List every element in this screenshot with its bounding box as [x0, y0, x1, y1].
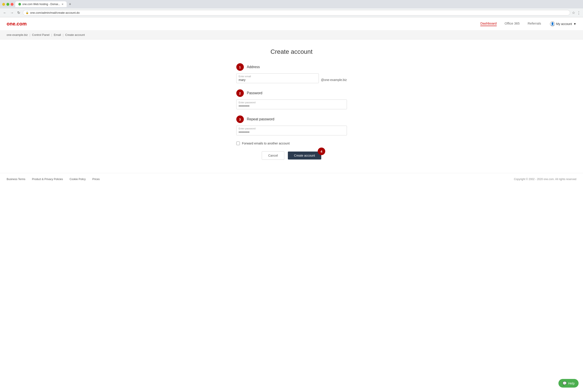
- reload-button[interactable]: ↻: [16, 10, 21, 16]
- nav-dashboard[interactable]: Dashboard: [480, 22, 496, 26]
- password-input[interactable]: [239, 104, 344, 108]
- forward-checkbox-row: Forward emails to another account: [236, 142, 347, 145]
- chevron-down-icon: ▼: [573, 22, 576, 26]
- window-controls: [2, 3, 14, 6]
- address-input-row: Enter email @one-example.biz: [236, 74, 347, 83]
- breadcrumb-item-2[interactable]: Email: [54, 33, 61, 36]
- forward-button[interactable]: →: [9, 10, 14, 16]
- step4-badge: 4: [318, 148, 325, 155]
- main-nav: Dashboard Office 365 Referrals: [480, 22, 541, 26]
- browser-menu-button[interactable]: ⋮: [577, 10, 581, 15]
- address-header: 1 Address: [236, 63, 347, 71]
- tab-favicon: [18, 3, 21, 6]
- footer-link-2[interactable]: Cookie Policy: [70, 178, 86, 181]
- footer-copyright: Copyright © 2002 - 2020 one.com. All rig…: [514, 178, 576, 181]
- address-label: Address: [247, 65, 260, 69]
- address-input[interactable]: [30, 11, 567, 14]
- repeat-password-field-label: Enter password: [239, 127, 344, 130]
- active-tab[interactable]: one.com Web hosting - Domai... ✕: [15, 1, 66, 7]
- forward-checkbox[interactable]: [236, 142, 240, 145]
- step2-badge: 2: [236, 89, 244, 97]
- repeat-password-label: Repeat password: [247, 117, 274, 121]
- breadcrumb-sep-1: |: [51, 33, 52, 36]
- step1-badge: 1: [236, 63, 244, 71]
- button-row: Cancel Create account 4: [236, 151, 347, 160]
- password-label: Password: [247, 91, 262, 95]
- breadcrumb-sep-2: |: [62, 33, 63, 36]
- footer: Business Terms Product & Privacy Policie…: [0, 173, 583, 185]
- email-field-wrapper: Enter email: [236, 74, 319, 83]
- repeat-password-header: 3 Repeat password: [236, 116, 347, 123]
- email-field-label: Enter email: [239, 75, 316, 78]
- back-button[interactable]: ←: [2, 10, 8, 16]
- repeat-password-field-wrapper: Enter password: [236, 126, 347, 136]
- breadcrumb-item-0[interactable]: one-example.biz: [7, 33, 28, 36]
- cancel-button[interactable]: Cancel: [262, 151, 284, 160]
- browser-titlebar: one.com Web hosting - Domai... ✕ +: [0, 0, 583, 8]
- repeat-password-input[interactable]: [239, 130, 344, 134]
- step3-badge: 3: [236, 116, 244, 123]
- nav-referrals[interactable]: Referrals: [528, 22, 541, 26]
- breadcrumb-item-1[interactable]: Control Panel: [32, 33, 50, 36]
- minimize-button[interactable]: [2, 3, 5, 6]
- account-menu[interactable]: 👤 My account ▼: [550, 22, 576, 26]
- bookmark-button[interactable]: ☆: [572, 10, 575, 15]
- lock-icon: 🔒: [26, 11, 29, 14]
- email-input[interactable]: [239, 78, 316, 82]
- new-tab-button[interactable]: +: [68, 2, 72, 7]
- account-label: My account: [556, 22, 572, 26]
- tab-title: one.com Web hosting - Domai...: [22, 3, 60, 6]
- footer-link-1[interactable]: Product & Privacy Policies: [32, 178, 63, 181]
- logo-text: one: [7, 21, 15, 26]
- footer-link-0[interactable]: Business Terms: [7, 178, 25, 181]
- logo-com: com: [16, 21, 26, 26]
- create-button-wrapper: Create account 4: [288, 152, 321, 160]
- browser-chrome: one.com Web hosting - Domai... ✕ + ← → ↻…: [0, 0, 583, 17]
- site-logo: one.com: [7, 21, 27, 27]
- browser-toolbar: ← → ↻ 🔒 ☆ ⋮: [0, 8, 583, 17]
- address-bar[interactable]: 🔒: [23, 10, 570, 16]
- tab-bar: one.com Web hosting - Domai... ✕ +: [15, 1, 72, 7]
- password-field-wrapper: Enter password: [236, 100, 347, 109]
- tab-close-icon[interactable]: ✕: [62, 3, 64, 6]
- password-header: 2 Password: [236, 89, 347, 97]
- address-section: 1 Address Enter email @one-example.biz: [236, 63, 347, 83]
- password-section: 2 Password Enter password: [236, 89, 347, 109]
- create-account-form: 1 Address Enter email @one-example.biz 2…: [236, 63, 347, 160]
- breadcrumb-sep-0: |: [30, 33, 30, 36]
- page-header: one.com Dashboard Office 365 Referrals 👤…: [0, 17, 583, 30]
- maximize-button[interactable]: [6, 3, 9, 6]
- close-button[interactable]: [10, 3, 14, 6]
- breadcrumb: one-example.biz | Control Panel | Email …: [0, 30, 583, 40]
- main-content: Create account 1 Address Enter email @on…: [0, 40, 583, 173]
- create-account-button[interactable]: Create account: [288, 152, 321, 160]
- breadcrumb-item-3: Create account: [65, 33, 85, 36]
- repeat-password-section: 3 Repeat password Enter password: [236, 116, 347, 136]
- forward-label[interactable]: Forward emails to another account: [242, 142, 290, 145]
- account-icon: 👤: [550, 22, 555, 26]
- domain-suffix: @one-example.biz: [321, 74, 347, 83]
- password-field-label: Enter password: [239, 101, 344, 104]
- page-title: Create account: [270, 48, 313, 55]
- footer-link-3[interactable]: Prices: [92, 178, 100, 181]
- nav-office365[interactable]: Office 365: [505, 22, 520, 26]
